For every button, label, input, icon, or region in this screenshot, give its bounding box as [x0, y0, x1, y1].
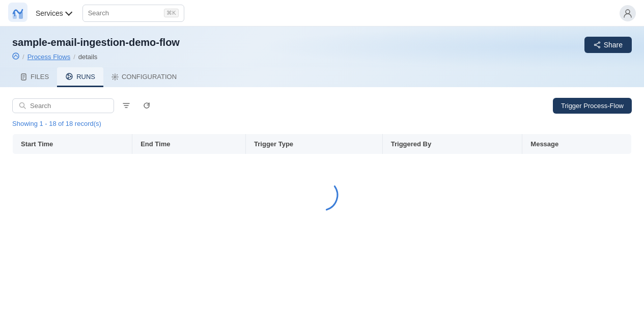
trigger-process-flow-button[interactable]: Trigger Process-Flow: [553, 98, 632, 114]
filter-button[interactable]: [118, 97, 134, 114]
svg-point-4: [13, 53, 19, 59]
user-avatar[interactable]: [620, 5, 636, 21]
runs-toolbar: Trigger Process-Flow: [12, 97, 632, 114]
svg-point-5: [15, 55, 16, 56]
breadcrumb-process-flows[interactable]: Process Flows: [27, 53, 71, 61]
records-count[interactable]: Showing 1 - 18 of 18 record(s): [12, 120, 632, 127]
svg-line-9: [596, 43, 598, 44]
start-time-label: Start Time: [21, 140, 53, 148]
services-dropdown[interactable]: Services: [32, 7, 74, 19]
svg-point-8: [594, 44, 596, 46]
svg-point-7: [598, 46, 600, 48]
end-time-label: End Time: [141, 140, 170, 148]
breadcrumb-current: details: [78, 53, 98, 61]
tab-runs[interactable]: RUNS: [57, 67, 103, 87]
tab-configuration[interactable]: CONFIGURATION: [103, 68, 185, 87]
tab-files-label: FILES: [31, 73, 49, 81]
trigger-type-label: Trigger Type: [254, 140, 293, 148]
col-end-time: End Time: [132, 134, 246, 154]
navbar-search-box[interactable]: ⌘K: [82, 5, 184, 22]
svg-line-10: [596, 45, 598, 47]
navbar-search-input[interactable]: [88, 9, 149, 17]
breadcrumb-home-icon[interactable]: [12, 52, 19, 61]
search-box[interactable]: [12, 98, 114, 113]
trigger-button-label: Trigger Process-Flow: [561, 102, 624, 110]
share-button-label: Share: [604, 41, 623, 49]
navbar: Services ⌘K: [0, 0, 644, 27]
svg-point-19: [114, 76, 116, 78]
svg-line-21: [24, 107, 26, 109]
table-header-row: Start Time End Time Trigger Type Trigger…: [13, 134, 632, 154]
refresh-button[interactable]: [138, 97, 155, 114]
col-triggered-by: Triggered By: [382, 134, 522, 154]
configuration-icon: [111, 73, 119, 81]
tabs-bar: FILES RUNS CONFIGURATION: [0, 67, 644, 87]
svg-point-6: [598, 42, 600, 43]
main-content: Trigger Process-Flow Showing 1 - 18 of 1…: [0, 87, 644, 317]
breadcrumb: / Process Flows / details: [12, 52, 632, 61]
breadcrumb-sep-2: /: [73, 53, 75, 61]
page-title: sample-email-ingestion-demo-flow: [12, 37, 632, 48]
col-start-time: Start Time: [13, 134, 132, 154]
svg-point-3: [626, 10, 630, 14]
svg-rect-2: [19, 12, 23, 19]
col-message: Message: [522, 134, 632, 154]
runs-table: Start Time End Time Trigger Type Trigger…: [12, 134, 632, 154]
runs-icon: [65, 72, 73, 81]
refresh-icon: [143, 101, 151, 110]
share-button[interactable]: Share: [584, 37, 632, 53]
col-trigger-type: Trigger Type: [246, 134, 383, 154]
triggered-by-label: Triggered By: [391, 140, 431, 148]
services-chevron-icon: [65, 8, 72, 15]
page-header: sample-email-ingestion-demo-flow / Proce…: [0, 27, 644, 67]
services-label: Services: [36, 9, 63, 17]
tab-configuration-label: CONFIGURATION: [122, 73, 177, 81]
tab-files[interactable]: FILES: [12, 68, 57, 87]
svg-rect-1: [13, 15, 17, 19]
filter-icon: [122, 101, 130, 110]
app-logo[interactable]: [8, 3, 27, 24]
files-icon: [20, 73, 27, 81]
breadcrumb-sep-1: /: [22, 53, 24, 61]
search-icon: [19, 102, 26, 109]
share-icon: [594, 41, 601, 48]
spinner-icon: [302, 175, 343, 216]
search-shortcut-badge: ⌘K: [164, 9, 178, 17]
loading-indicator: [12, 154, 632, 256]
runs-search-input[interactable]: [30, 102, 101, 110]
svg-point-16: [68, 74, 69, 76]
message-label: Message: [530, 140, 558, 148]
tab-runs-label: RUNS: [76, 73, 95, 81]
